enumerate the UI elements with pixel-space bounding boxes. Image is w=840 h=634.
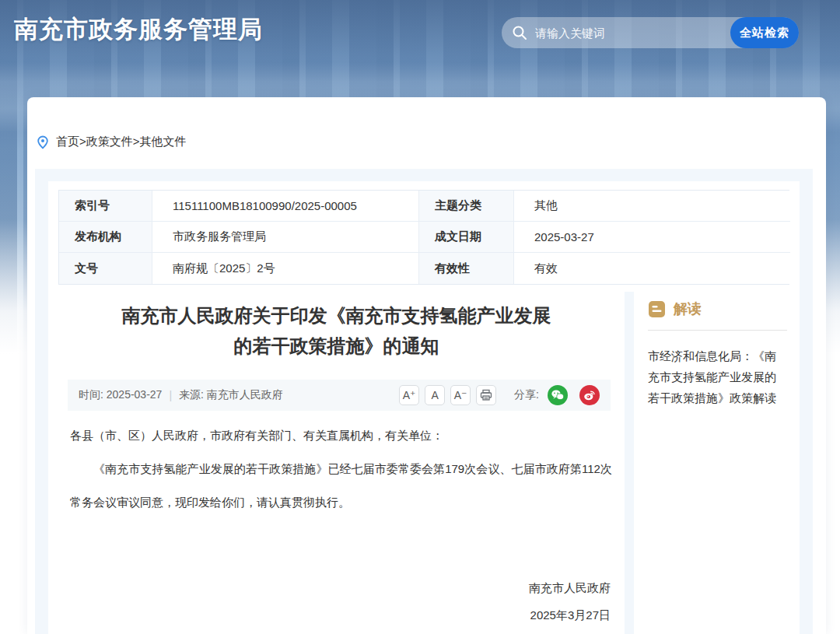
meta-separator: | bbox=[169, 389, 172, 401]
column-divider bbox=[625, 292, 634, 634]
article-title-line-1: 南充市人民政府关于印发《南充市支持氢能产业发展 bbox=[48, 300, 625, 331]
site-search-button[interactable]: 全站检索 bbox=[730, 17, 799, 48]
article-signature: 南充市人民政府 2025年3月27日 bbox=[70, 574, 611, 629]
article-time: 时间: 2025-03-27 bbox=[79, 388, 162, 402]
memo-document-icon bbox=[648, 300, 666, 318]
font-increase-button[interactable]: A⁺ bbox=[399, 385, 419, 405]
info-value-index-no: 11511100MB18100990/2025-00005 bbox=[152, 191, 419, 222]
font-default-button[interactable]: A bbox=[425, 385, 445, 405]
info-value-issue-date: 2025-03-27 bbox=[514, 222, 790, 253]
info-label-issuing-org: 发布机构 bbox=[59, 222, 152, 253]
print-button[interactable] bbox=[476, 385, 496, 405]
article-meta-bar: 时间: 2025-03-27 | 来源: 南充市人民政府 A⁺ A A⁻ bbox=[68, 380, 611, 411]
interpretation-sidebar: 解读 市经济和信息化局：《南充市支持氢能产业发展的若干政策措施》政策解读 bbox=[634, 292, 800, 408]
sidebar-header: 解读 bbox=[648, 299, 787, 318]
location-pin-icon bbox=[37, 135, 49, 149]
info-label-issue-date: 成文日期 bbox=[419, 222, 514, 253]
article-body: 各县（市、区）人民政府，市政府有关部门、有关直属机构，有关单位： 《南充市支持氢… bbox=[70, 419, 612, 519]
document-info-table: 索引号 11511100MB18100990/2025-00005 主题分类 其… bbox=[58, 190, 789, 285]
info-value-validity: 有效 bbox=[514, 253, 790, 284]
signature-date: 2025年3月27日 bbox=[70, 601, 611, 629]
search-icon bbox=[512, 25, 527, 40]
share-wechat-icon[interactable] bbox=[548, 385, 568, 405]
article-paragraph-salutation: 各县（市、区）人民政府，市政府有关部门、有关直属机构，有关单位： bbox=[70, 419, 612, 452]
info-value-issuing-org: 市政务服务管理局 bbox=[152, 222, 419, 253]
printer-icon bbox=[480, 389, 492, 401]
site-title: 南充市政务服务管理局 bbox=[14, 13, 263, 46]
article-paragraph-main: 《南充市支持氢能产业发展的若干政策措施》已经七届市委常委会第179次会议、七届市… bbox=[70, 452, 612, 519]
breadcrumb-path[interactable]: 首页>政策文件>其他文件 bbox=[56, 135, 187, 149]
info-label-topic: 主题分类 bbox=[419, 191, 514, 222]
article-title-line-2: 的若干政策措施》的通知 bbox=[48, 331, 625, 361]
article-title: 南充市人民政府关于印发《南充市支持氢能产业发展 的若干政策措施》的通知 bbox=[48, 300, 625, 361]
font-decrease-button[interactable]: A⁻ bbox=[450, 385, 471, 405]
info-value-doc-number: 南府规〔2025〕2号 bbox=[152, 253, 419, 284]
content-card: 首页>政策文件>其他文件 索引号 11511100MB18100990/2025… bbox=[27, 97, 826, 634]
search-bar: 全站检索 bbox=[502, 17, 799, 48]
sidebar-title: 解读 bbox=[674, 299, 702, 318]
share-label: 分享: bbox=[514, 388, 539, 402]
document-inner-panel: 索引号 11511100MB18100990/2025-00005 主题分类 其… bbox=[48, 181, 800, 634]
policy-interpretation-link[interactable]: 市经济和信息化局：《南充市支持氢能产业发展的若干政策措施》政策解读 bbox=[648, 345, 787, 408]
signature-issuer: 南充市人民政府 bbox=[70, 574, 611, 601]
document-panel: 索引号 11511100MB18100990/2025-00005 主题分类 其… bbox=[35, 169, 813, 634]
search-input[interactable] bbox=[527, 17, 730, 48]
breadcrumb: 首页>政策文件>其他文件 bbox=[37, 135, 187, 149]
info-label-index-no: 索引号 bbox=[59, 191, 152, 222]
sidebar-divider bbox=[648, 330, 787, 331]
info-label-validity: 有效性 bbox=[419, 253, 514, 284]
info-value-topic: 其他 bbox=[514, 191, 790, 222]
info-label-doc-number: 文号 bbox=[59, 253, 152, 284]
article-source: 来源: 南充市人民政府 bbox=[179, 388, 283, 402]
share-weibo-icon[interactable] bbox=[579, 385, 600, 405]
